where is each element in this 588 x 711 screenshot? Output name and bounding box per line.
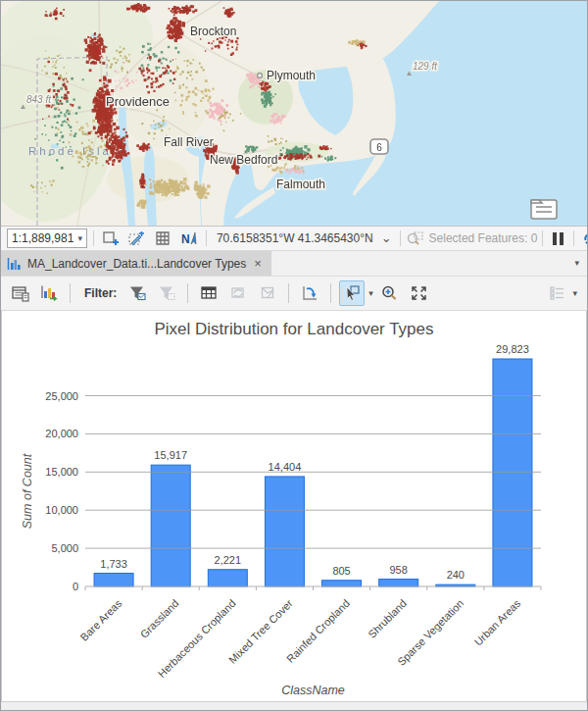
north-arrow-icon: N xyxy=(180,230,198,247)
svg-text:129 ft: 129 ft xyxy=(413,61,438,72)
separator xyxy=(206,230,207,246)
extent-edit-button[interactable] xyxy=(126,229,147,248)
rotate-chart-button[interactable] xyxy=(297,280,322,306)
separator xyxy=(70,283,71,303)
filter-by-extent-button[interactable] xyxy=(154,280,179,306)
bar-rainfed-cropland[interactable] xyxy=(322,581,362,586)
map-scale-value: 1:1,889,981 xyxy=(12,231,74,245)
coordinates-readout[interactable]: 70.6158351°W 41.3465430°N xyxy=(217,231,373,245)
grid-icon xyxy=(155,230,171,246)
svg-text:10,000: 10,000 xyxy=(45,504,78,516)
rotate-chart-icon xyxy=(301,284,319,302)
chart-plot-area[interactable]: 05,00010,00015,00020,00025,0001,73315,91… xyxy=(2,311,586,701)
bar-grassland[interactable] xyxy=(151,465,190,586)
svg-text:Bare Areas: Bare Areas xyxy=(78,597,124,643)
svg-text:Providence: Providence xyxy=(106,94,170,109)
separator xyxy=(400,230,401,246)
svg-text:N: N xyxy=(181,232,190,246)
window-footer xyxy=(1,701,587,710)
y-axis-title: Sum of Count xyxy=(21,453,34,529)
bars xyxy=(94,359,532,586)
coordinates-chevron-icon[interactable]: ⌄ xyxy=(381,235,392,242)
svg-text:5,000: 5,000 xyxy=(51,542,78,554)
zoom-in-icon xyxy=(380,284,399,302)
selection-tool-dropdown-icon[interactable]: ▾ xyxy=(368,289,373,298)
route-shield: 6 xyxy=(370,139,388,154)
map-scale-combobox[interactable]: 1:1,889,981 ▾ xyxy=(7,229,87,248)
svg-text:14,404: 14,404 xyxy=(269,461,302,473)
svg-text:Falmouth: Falmouth xyxy=(276,178,325,191)
show-data-table-button[interactable] xyxy=(196,280,221,306)
refresh-icon xyxy=(581,230,588,247)
north-arrow-button[interactable]: N xyxy=(179,229,200,248)
svg-text:1,733: 1,733 xyxy=(100,558,127,570)
svg-text:Brockton: Brockton xyxy=(190,25,236,38)
bar-mixed-tree-cover[interactable] xyxy=(265,477,304,586)
legend-dropdown-icon[interactable]: ▾ xyxy=(572,289,577,298)
selection-tool-button[interactable] xyxy=(339,280,365,306)
svg-text:240: 240 xyxy=(447,569,465,581)
svg-text:29,823: 29,823 xyxy=(496,343,529,355)
pause-drawing-button[interactable] xyxy=(548,229,568,248)
separator xyxy=(542,230,543,246)
tabstrip-overflow[interactable]: ▾ xyxy=(574,251,587,276)
chart-type-button[interactable] xyxy=(36,280,62,306)
arcgis-pro-window: Rhode Island xyxy=(0,0,588,711)
map-canvas[interactable]: Rhode Island xyxy=(1,1,587,226)
sync-extent-button[interactable] xyxy=(225,280,251,306)
view-tabstrip: MA_Landcover_Data.ti...Landcover Types ×… xyxy=(1,251,587,277)
svg-text:2,221: 2,221 xyxy=(215,554,242,566)
svg-text:0: 0 xyxy=(73,581,78,592)
svg-text:Rainfed Cropland: Rainfed Cropland xyxy=(284,597,352,665)
filter-selection-icon xyxy=(128,284,147,302)
svg-text:New Bedford: New Bedford xyxy=(210,153,277,167)
map-grid-button[interactable] xyxy=(153,229,173,248)
svg-text:15,917: 15,917 xyxy=(154,449,187,461)
selected-features-label[interactable]: Selected Features: 0 xyxy=(429,231,538,245)
legend-button[interactable] xyxy=(544,280,569,306)
selection-tool-icon xyxy=(343,284,362,302)
chart-type-icon xyxy=(40,284,59,302)
selected-features-icon xyxy=(406,230,424,247)
svg-text:805: 805 xyxy=(332,565,350,577)
chart-view-tab[interactable]: MA_Landcover_Data.ti...Landcover Types × xyxy=(1,251,271,276)
chart-panel: 05,00010,00015,00020,00025,0001,73315,91… xyxy=(1,311,587,701)
tabstrip-dropdown-icon: ▾ xyxy=(574,259,579,268)
full-extent-icon xyxy=(410,284,428,302)
full-extent-button[interactable] xyxy=(407,280,432,306)
separator xyxy=(187,283,188,303)
zoom-tool-button[interactable] xyxy=(377,280,403,306)
separator xyxy=(93,230,94,246)
map-view[interactable]: Rhode Island xyxy=(1,1,587,226)
bar-shrubland[interactable] xyxy=(379,580,418,586)
chart-properties-icon xyxy=(11,284,29,302)
scale-dropdown-icon[interactable]: ▾ xyxy=(77,234,82,243)
bookmark-add-button[interactable] xyxy=(100,229,121,248)
x-axis-title: ClassName xyxy=(281,684,345,697)
bar-urban-areas[interactable] xyxy=(493,359,532,586)
bar-bare-areas[interactable] xyxy=(94,574,133,586)
bar-herbaceous-cropland[interactable] xyxy=(208,570,247,586)
svg-text:6: 6 xyxy=(376,142,382,153)
separator xyxy=(330,283,331,303)
data-table-icon xyxy=(200,284,219,302)
map-overflow-icon[interactable] xyxy=(531,200,557,219)
svg-text:Fall River: Fall River xyxy=(164,135,214,149)
subset-icon xyxy=(259,284,277,302)
subset-button[interactable] xyxy=(255,280,280,306)
refresh-button[interactable] xyxy=(579,229,588,248)
pause-icon xyxy=(553,232,564,245)
chart-toolbar: Filter: xyxy=(1,277,587,311)
selected-features-group: Selected Features: 0 xyxy=(400,229,588,248)
svg-text:15,000: 15,000 xyxy=(45,466,78,478)
map-statusbar: 1:1,889,981 ▾ N xyxy=(1,226,587,251)
separator xyxy=(288,283,289,303)
chart-canvas[interactable]: 05,00010,00015,00020,00025,0001,73315,91… xyxy=(2,311,587,701)
filter-label: Filter: xyxy=(84,286,117,300)
tab-close-icon[interactable]: × xyxy=(252,256,264,271)
chart-properties-button[interactable] xyxy=(7,280,32,306)
filter-by-selection-button[interactable] xyxy=(124,280,150,306)
chart-tab-icon xyxy=(7,257,22,271)
svg-text:958: 958 xyxy=(390,564,408,576)
svg-text:Grassland: Grassland xyxy=(138,597,181,640)
